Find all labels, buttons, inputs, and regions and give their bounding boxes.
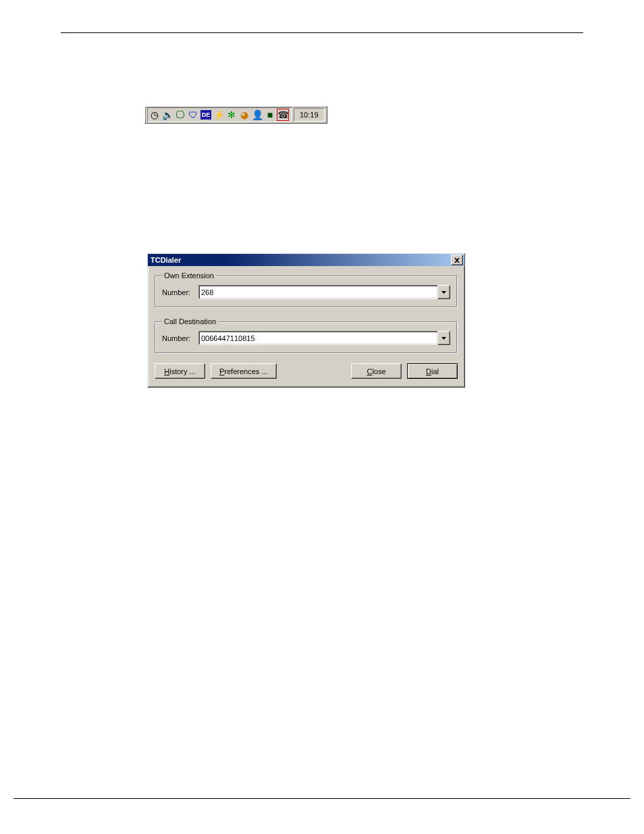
own-extension-number-label: Number: <box>162 288 194 296</box>
preferences-button-rest: references ... <box>224 367 267 375</box>
lightning-icon[interactable]: ⚡ <box>213 109 224 120</box>
call-destination-number-label: Number: <box>162 334 194 342</box>
square-icon[interactable]: ■ <box>265 109 275 120</box>
preferences-button[interactable]: Preferences ... <box>211 363 277 379</box>
tray-clock: 10:19 <box>294 108 325 122</box>
close-button[interactable]: Close <box>351 363 402 379</box>
tray-icon-well: ◷ 🔈 🖵 🛡 DE ⚡ ✻ ◕ 👤 ■ ☎ <box>147 107 292 122</box>
chevron-down-icon[interactable] <box>437 285 450 299</box>
call-destination-combo[interactable] <box>198 331 450 345</box>
close-icon[interactable] <box>451 255 463 265</box>
tcdialer-dialog: TCDialer Own Extension Number: <box>147 253 465 388</box>
drop-icon[interactable]: ◕ <box>239 109 250 120</box>
call-destination-legend: Call Destination <box>162 317 218 325</box>
clock-icon[interactable]: ◷ <box>149 109 160 120</box>
bottom-horizontal-rule <box>14 798 630 799</box>
call-destination-input[interactable] <box>198 331 437 345</box>
icq-flower-icon[interactable]: ✻ <box>226 109 237 120</box>
lang-de-icon[interactable]: DE <box>200 110 211 120</box>
top-horizontal-rule <box>61 32 583 33</box>
dialog-title: TCDialer <box>151 256 181 264</box>
call-destination-group: Call Destination Number: <box>155 317 458 354</box>
dial-button-rest: ial <box>431 367 439 375</box>
dialog-titlebar[interactable]: TCDialer <box>148 254 464 266</box>
phone-icon[interactable]: ☎ <box>277 109 288 120</box>
monitor-icon[interactable]: 🖵 <box>175 109 186 120</box>
dialog-button-row: History ... Preferences ... Close Dial <box>155 363 458 379</box>
dial-button[interactable]: Dial <box>407 363 458 379</box>
history-button-rest: istory ... <box>169 367 196 375</box>
own-extension-legend: Own Extension <box>162 271 216 280</box>
volume-icon[interactable]: 🔈 <box>162 109 173 120</box>
own-extension-input[interactable] <box>198 285 437 299</box>
system-tray: ◷ 🔈 🖵 🛡 DE ⚡ ✻ ◕ 👤 ■ ☎ 10:19 <box>144 106 327 124</box>
close-button-rest: lose <box>372 367 385 375</box>
history-button[interactable]: History ... <box>155 363 205 379</box>
shield-icon[interactable]: 🛡 <box>188 109 198 120</box>
chevron-down-icon[interactable] <box>437 331 450 345</box>
own-extension-combo[interactable] <box>198 285 450 299</box>
network-icon[interactable]: 👤 <box>252 109 263 120</box>
own-extension-group: Own Extension Number: <box>155 271 458 308</box>
